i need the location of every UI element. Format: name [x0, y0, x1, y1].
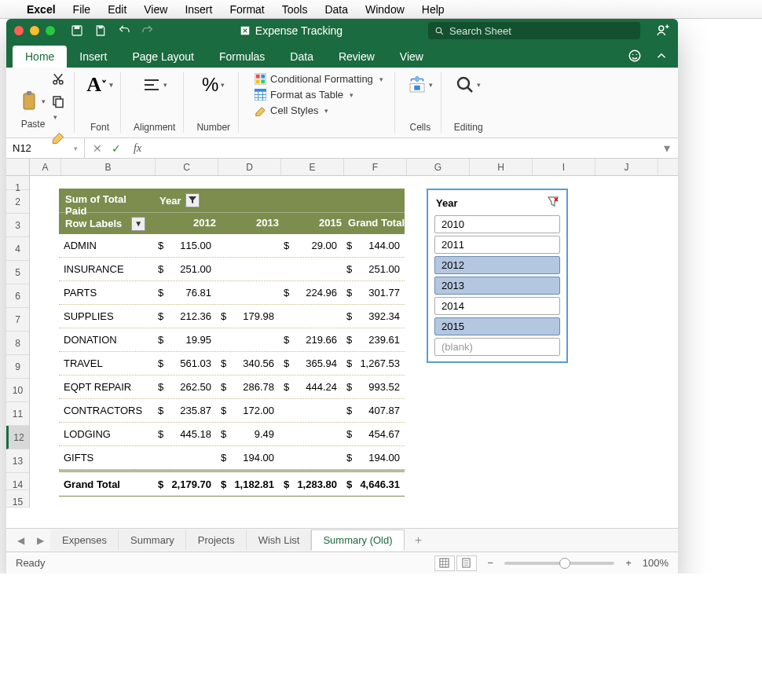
pivot-row-label[interactable]: GIFTS — [59, 452, 153, 464]
pivot-value[interactable]: $194.00 — [216, 452, 279, 464]
slicer-item-2010[interactable]: 2010 — [434, 215, 560, 233]
row-header-13[interactable]: 13 — [6, 449, 29, 473]
conditional-formatting-button[interactable]: Conditional Formatting — [251, 72, 386, 86]
row-header-11[interactable]: 11 — [6, 402, 29, 426]
pivot-value[interactable]: $1,182.81 — [216, 478, 279, 490]
pivot-value[interactable]: $262.50 — [153, 381, 216, 393]
pivot-value[interactable]: $454.67 — [342, 428, 405, 440]
add-sheet-button[interactable]: ＋ — [405, 529, 432, 552]
pivot-value[interactable]: $115.00 — [153, 240, 216, 251]
tab-page-layout[interactable]: Page Layout — [119, 46, 207, 68]
collapse-ribbon-icon[interactable] — [654, 49, 669, 63]
copy-icon[interactable] — [51, 94, 65, 123]
pivot-value[interactable]: $340.56 — [216, 357, 279, 369]
pivot-value[interactable]: $224.96 — [279, 287, 342, 299]
col-header-B[interactable]: B — [61, 159, 156, 175]
grand-total-label[interactable]: Grand Total — [59, 478, 153, 490]
pivot-row-label[interactable]: DONATION — [59, 334, 153, 346]
pivot-row-label[interactable]: SUPPLIES — [59, 310, 153, 322]
tab-home[interactable]: Home — [13, 46, 67, 68]
row-header-1[interactable]: 1 — [6, 176, 29, 190]
tab-review[interactable]: Review — [326, 46, 387, 68]
col-header-F[interactable]: F — [344, 159, 407, 175]
row-header-10[interactable]: 10 — [6, 379, 29, 402]
pivot-value[interactable]: $76.81 — [153, 287, 216, 299]
pivot-row-label[interactable]: CONTRACTORS — [59, 405, 153, 416]
row-header-9[interactable]: 9 — [6, 355, 29, 379]
menu-window[interactable]: Window — [365, 3, 405, 16]
pivot-value[interactable]: $144.00 — [342, 240, 405, 251]
menu-view[interactable]: View — [144, 3, 167, 16]
col-header-D[interactable]: D — [218, 159, 281, 175]
redo-icon[interactable] — [141, 24, 154, 37]
tab-insert[interactable]: Insert — [67, 46, 119, 68]
search-sheet[interactable]: Search Sheet — [428, 22, 640, 39]
pivot-value[interactable]: $239.61 — [342, 334, 405, 346]
slicer-item-2014[interactable]: 2014 — [434, 297, 560, 315]
pivot-row-label[interactable]: ADMIN — [59, 240, 153, 251]
pivot-value[interactable]: $286.78 — [216, 381, 279, 393]
save-workspace-icon[interactable] — [71, 24, 83, 37]
pivot-value[interactable]: $1,283.80 — [279, 478, 342, 490]
close-button[interactable] — [14, 26, 24, 35]
select-all-corner[interactable] — [6, 159, 30, 176]
cell-styles-button[interactable]: Cell Styles — [251, 104, 386, 117]
col-header-J[interactable]: J — [595, 159, 658, 175]
zoom-in-button[interactable]: + — [625, 557, 632, 569]
year-filter-icon[interactable] — [185, 193, 200, 207]
sheet-nav-prev[interactable]: ◀ — [11, 535, 31, 546]
col-header-A[interactable]: A — [30, 159, 61, 175]
tab-data[interactable]: Data — [277, 46, 326, 68]
row-labels-dropdown-icon[interactable]: ▼ — [131, 217, 145, 231]
sheet-nav-next[interactable]: ▶ — [31, 535, 50, 546]
pivot-value[interactable]: $29.00 — [279, 240, 342, 251]
menu-file[interactable]: File — [73, 3, 91, 16]
pivot-value[interactable]: $4,646.31 — [342, 478, 405, 490]
pivot-value[interactable]: $444.24 — [279, 381, 342, 393]
sheet-tab-expenses[interactable]: Expenses — [50, 530, 119, 551]
row-header-3[interactable]: 3 — [6, 214, 29, 237]
slicer-clear-filter-icon[interactable] — [548, 196, 559, 210]
pivot-value[interactable]: $179.98 — [216, 310, 279, 322]
tab-view[interactable]: View — [387, 46, 436, 68]
menu-insert[interactable]: Insert — [185, 3, 212, 16]
row-header-14[interactable]: 14 — [6, 473, 29, 490]
menu-data[interactable]: Data — [324, 3, 348, 16]
menu-help[interactable]: Help — [422, 3, 445, 16]
pivot-row-label[interactable]: INSURANCE — [59, 263, 153, 275]
cancel-icon[interactable]: ✕ — [93, 142, 102, 155]
alignment-button[interactable] — [142, 72, 167, 97]
cut-icon[interactable] — [51, 72, 65, 86]
col-header-C[interactable]: C — [156, 159, 218, 175]
sheet-tab-summary-old[interactable]: Summary (Old) — [311, 530, 404, 551]
pivot-value[interactable]: $365.94 — [279, 357, 342, 369]
col-header-I[interactable]: I — [533, 159, 595, 175]
fx-icon[interactable]: fx — [129, 142, 146, 155]
number-button[interactable]: % — [201, 72, 226, 97]
row-header-7[interactable]: 7 — [6, 308, 29, 332]
pivot-value[interactable]: $194.00 — [342, 452, 405, 464]
pivot-value[interactable]: $219.66 — [279, 334, 342, 346]
pivot-row-label[interactable]: EQPT REPAIR — [59, 381, 153, 393]
sheet-tab-wish-list[interactable]: Wish List — [247, 530, 312, 551]
page-layout-view-icon[interactable] — [456, 555, 477, 571]
pivot-value[interactable]: $993.52 — [342, 381, 405, 393]
pivot-value[interactable]: $212.36 — [153, 310, 216, 322]
pivot-value[interactable]: $561.03 — [153, 357, 216, 369]
sheet-tab-summary[interactable]: Summary — [119, 530, 186, 551]
expand-formula-icon[interactable]: ▾ — [656, 141, 678, 156]
tab-formulas[interactable]: Formulas — [207, 46, 277, 68]
formula-input[interactable] — [146, 138, 656, 158]
pivot-value[interactable]: $9.49 — [216, 428, 279, 440]
year-slicer[interactable]: Year 201020112012201320142015(blank) — [427, 189, 568, 363]
zoom-level[interactable]: 100% — [643, 557, 669, 569]
col-header-H[interactable]: H — [470, 159, 533, 175]
zoom-out-button[interactable]: − — [488, 557, 494, 569]
pivot-value[interactable]: $2,179.70 — [153, 478, 216, 490]
pivot-value[interactable]: $445.18 — [153, 428, 216, 440]
minimize-button[interactable] — [30, 26, 39, 35]
row-header-15[interactable]: 15 — [6, 490, 29, 508]
enter-icon[interactable]: ✓ — [112, 142, 121, 155]
col-header-E[interactable]: E — [281, 159, 344, 175]
menu-format[interactable]: Format — [229, 3, 264, 16]
